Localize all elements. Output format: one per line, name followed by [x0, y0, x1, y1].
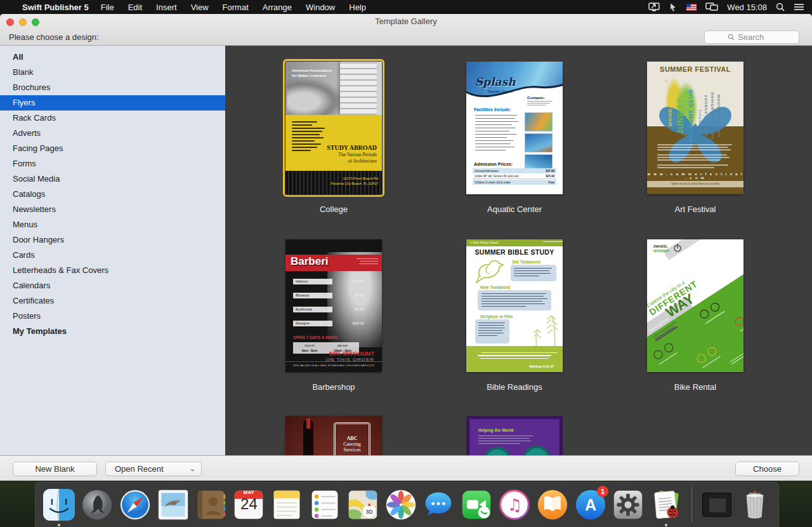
window-title-bar[interactable]: Template Gallery	[0, 14, 812, 30]
template-card-barbershop[interactable]: Barberi Haircut$10.00 Blowout$9.00 Eyebr…	[285, 239, 382, 372]
sidebar-item-adverts[interactable]: Adverts	[0, 126, 225, 141]
sidebar-item-flyers[interactable]: Flyers	[0, 95, 225, 110]
template-card-art-festival[interactable]: SUMMER FESTIVAL MONDAY JUNE 17	[647, 62, 743, 194]
menu-view[interactable]: View	[184, 3, 216, 12]
dock-maps-icon[interactable]: 3D	[345, 488, 380, 523]
college-photo: American Associationfor Better Learners	[285, 62, 382, 115]
search-icon	[728, 34, 735, 41]
svg-text:A: A	[585, 496, 596, 514]
menu-arrange[interactable]: Arrange	[256, 3, 299, 12]
window-title: Template Gallery	[0, 17, 812, 26]
dock-messages-icon[interactable]	[421, 488, 456, 523]
new-blank-button[interactable]: New Blank	[13, 462, 97, 476]
template-caption-art-festival: Art Festival	[632, 204, 759, 214]
sidebar-item-forms[interactable]: Forms	[0, 156, 225, 171]
dock-finder-icon[interactable]	[42, 488, 77, 523]
app-menu-title[interactable]: Swift Publisher 5	[22, 3, 89, 12]
choose-button[interactable]: Choose	[735, 462, 799, 476]
verse-reference: Matthew 3:31-37	[529, 364, 554, 368]
template-card-aquatic-center[interactable]: Splash Aquatic Center Contacts: Faciliti…	[466, 62, 563, 194]
dock-facetime-icon[interactable]	[459, 488, 494, 523]
barberi-logo: Barberi	[291, 255, 329, 268]
sidebar-item-menus[interactable]: Menus	[0, 217, 225, 232]
dock-system-preferences-icon[interactable]	[611, 488, 646, 523]
template-gallery-grid: American Associationfor Better Learners	[225, 46, 812, 455]
dock-swift-publisher-icon[interactable]	[649, 488, 684, 523]
dock-trash-icon[interactable]	[737, 488, 772, 523]
cross-icon: ✝ Holy Trinity Church	[469, 239, 499, 246]
cursor-status-icon[interactable]	[669, 3, 678, 12]
bible-study-title: SUMMER BIBLE STUDY	[466, 248, 563, 256]
dock-photos-icon[interactable]	[383, 488, 418, 523]
sidebar-item-newsletters[interactable]: Newsletters	[0, 202, 225, 217]
sidebar-item-rack-cards[interactable]: Rack Cards	[0, 110, 225, 126]
dock-launchpad-icon[interactable]	[80, 488, 115, 523]
menu-window[interactable]: Window	[299, 3, 342, 12]
pisa-tower-graphic	[340, 62, 377, 116]
choose-design-prompt: Please choose a design:	[9, 32, 99, 42]
dock-itunes-icon[interactable]: ♫	[497, 488, 532, 523]
sidebar-item-brochures[interactable]: Brochures	[0, 80, 225, 95]
template-caption-aquatic: Aquatic Center	[451, 204, 578, 214]
college-title: STUDY ABROAD	[327, 144, 377, 151]
window-toolbar: Please choose a design:	[0, 30, 812, 46]
menu-bar: Swift Publisher 5 File Edit Insert View …	[0, 0, 812, 14]
sidebar-item-social-media[interactable]: Social Media	[0, 171, 225, 187]
template-card-helping-the-world[interactable]: Helping the World	[466, 416, 563, 455]
plants-graphic	[523, 309, 561, 347]
desktop: Swift Publisher 5 File Edit Insert View …	[0, 0, 812, 527]
search-field[interactable]	[704, 30, 799, 44]
dock-reminders-icon[interactable]	[308, 488, 343, 523]
svg-text:♫: ♫	[507, 495, 521, 514]
dock-notes-icon[interactable]	[270, 488, 304, 523]
dock-safari-icon[interactable]	[118, 488, 153, 523]
template-caption-bike: Bike Rental	[632, 382, 759, 392]
menu-file[interactable]: File	[94, 3, 121, 12]
sidebar-item-blank[interactable]: Blank	[0, 65, 225, 80]
displays-icon[interactable]	[705, 3, 718, 11]
sidebar-item-facing-pages[interactable]: Facing Pages	[0, 141, 225, 156]
splash-logo: Splash	[475, 76, 516, 88]
sidebar-item-cards[interactable]: Cards	[0, 248, 225, 263]
sidebar-item-door-hangers[interactable]: Door Hangers	[0, 232, 225, 248]
bike-rental-logo: 2WHEELWONDER	[653, 244, 669, 253]
menu-insert[interactable]: Insert	[149, 3, 184, 12]
dock-contacts-icon[interactable]	[193, 488, 228, 523]
dock-minimized-window[interactable]	[700, 488, 735, 523]
unicycle-icon	[672, 243, 683, 252]
desktop-wallpaper: MAY 24 3D ♫	[0, 481, 812, 527]
template-card-catering[interactable]: ABC Catering Services	[285, 416, 382, 455]
sidebar-item-my-templates[interactable]: My Templates	[0, 324, 225, 339]
dock-calendar-icon[interactable]: MAY 24	[232, 488, 266, 523]
menu-format[interactable]: Format	[216, 3, 256, 12]
spotlight-icon[interactable]	[776, 3, 785, 11]
dock-mail-icon[interactable]	[155, 488, 190, 523]
dock-ibooks-icon[interactable]	[535, 488, 570, 523]
template-caption-bible: Bible Readings	[451, 382, 578, 392]
catering-frame: ABC Catering Services	[334, 422, 370, 455]
sidebar-item-certificates[interactable]: Certificates	[0, 293, 225, 309]
template-caption-barbershop: Barbershop	[270, 382, 397, 392]
chevron-down-icon: ⌄	[190, 462, 195, 476]
dock-appstore-icon[interactable]: A 1	[573, 488, 608, 523]
sidebar-item-catalogs[interactable]: Catalogs	[0, 187, 225, 202]
dock: MAY 24 3D ♫	[35, 482, 779, 527]
menu-edit[interactable]: Edit	[121, 3, 149, 12]
sidebar-item-letterheads[interactable]: Letterheads & Fax Covers	[0, 263, 225, 278]
open-recent-dropdown[interactable]: Open Recent ⌄	[105, 462, 202, 476]
sidebar-item-posters[interactable]: Posters	[0, 309, 225, 324]
screen-sharing-icon[interactable]	[648, 3, 660, 11]
sidebar-item-calendars[interactable]: Calendars	[0, 278, 225, 293]
window-bottom-bar: New Blank Open Recent ⌄ Choose	[0, 455, 812, 481]
menu-help[interactable]: Help	[342, 3, 373, 12]
search-input[interactable]	[738, 32, 776, 42]
menu-bar-clock[interactable]: Wed 15:08	[727, 3, 767, 12]
template-card-bible-readings[interactable]: ✝ Holy Trinity Church SUMMER BIBLE STUDY…	[466, 239, 563, 372]
input-source-flag-icon[interactable]	[686, 4, 697, 11]
notification-center-icon[interactable]	[794, 3, 804, 11]
sidebar-item-all[interactable]: All	[0, 50, 225, 65]
svg-text:3D: 3D	[366, 509, 373, 515]
template-card-college[interactable]: American Associationfor Better Learners	[285, 62, 382, 194]
template-card-bike-rental[interactable]: 2WHEELWONDER Explore the city in a DIFFE…	[647, 239, 743, 372]
butterfly-graphic	[652, 95, 738, 170]
